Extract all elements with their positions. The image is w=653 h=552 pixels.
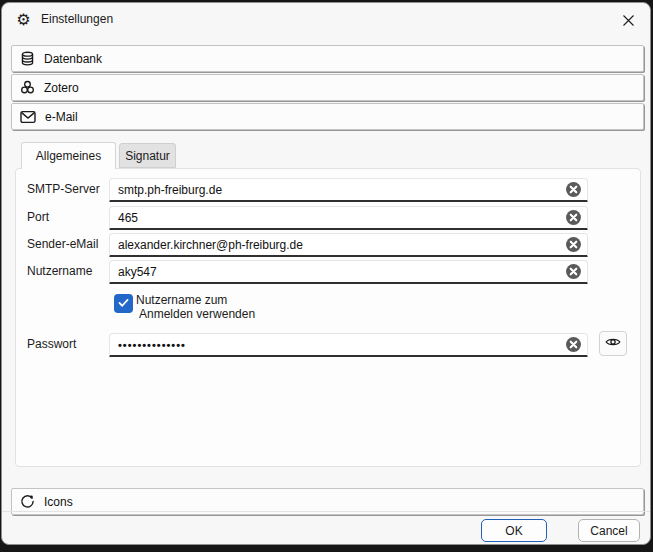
cancel-button[interactable]: Cancel xyxy=(578,519,640,542)
sender-email-label: Sender-eMail xyxy=(27,237,98,251)
tab-label: Signatur xyxy=(125,149,170,163)
email-settings-panel: SMTP-Server Port Sender-eMail xyxy=(15,168,641,467)
clear-icon[interactable] xyxy=(565,209,582,226)
use-username-checkbox-label[interactable]: Nutzername zum Anmelden verwenden xyxy=(136,293,255,321)
clear-icon[interactable] xyxy=(565,181,582,198)
envelope-icon xyxy=(20,110,36,124)
nutzername-label: Nutzername xyxy=(27,264,92,278)
close-icon[interactable] xyxy=(616,8,640,32)
passwort-field-wrap xyxy=(109,333,588,357)
use-username-checkbox[interactable] xyxy=(114,294,133,313)
section-zotero[interactable]: Zotero xyxy=(11,74,644,101)
section-label: Datenbank xyxy=(44,52,102,66)
gear-icon: ⚙ xyxy=(15,11,32,28)
tab-label: Allgemeines xyxy=(36,149,101,163)
section-datenbank[interactable]: Datenbank xyxy=(11,45,644,72)
section-label: e-Mail xyxy=(45,110,78,124)
settings-dialog: ⚙ Einstellungen Datenbank xyxy=(1,2,651,545)
clear-icon[interactable] xyxy=(565,236,582,253)
clear-icon[interactable] xyxy=(565,336,582,353)
backdrop: ⚙ Einstellungen Datenbank xyxy=(0,0,653,552)
nutzername-field-wrap xyxy=(109,260,588,284)
database-icon xyxy=(20,51,35,66)
section-label: Icons xyxy=(44,495,73,509)
ok-button[interactable]: OK xyxy=(481,519,547,542)
passwort-label: Passwort xyxy=(27,337,76,351)
ok-button-label: OK xyxy=(505,524,522,538)
cancel-button-label: Cancel xyxy=(590,524,627,538)
smtp-server-field-wrap xyxy=(109,178,588,202)
eye-icon xyxy=(605,335,621,353)
tab-signatur[interactable]: Signatur xyxy=(119,143,176,168)
sender-email-input[interactable] xyxy=(118,238,565,252)
nutzername-input[interactable] xyxy=(118,265,565,279)
checkbox-label-line1: Nutzername zum xyxy=(136,293,255,307)
refresh-icon xyxy=(20,494,35,509)
port-field-wrap xyxy=(109,206,588,230)
window-title: Einstellungen xyxy=(41,12,113,26)
section-email[interactable]: e-Mail xyxy=(11,103,644,130)
smtp-server-label: SMTP-Server xyxy=(27,182,100,196)
passwort-input[interactable] xyxy=(118,339,565,351)
title-bar[interactable]: ⚙ Einstellungen xyxy=(2,3,650,37)
port-input[interactable] xyxy=(118,211,565,225)
footer-separator xyxy=(2,511,650,512)
checkbox-label-line2: Anmelden verwenden xyxy=(136,307,255,321)
port-label: Port xyxy=(27,210,49,224)
show-password-button[interactable] xyxy=(599,331,627,356)
section-label: Zotero xyxy=(44,81,79,95)
sender-email-field-wrap xyxy=(109,233,588,257)
tab-allgemeines[interactable]: Allgemeines xyxy=(21,142,116,169)
zotero-knot-icon xyxy=(20,80,35,95)
checkmark-icon xyxy=(117,295,130,313)
clear-icon[interactable] xyxy=(565,263,582,280)
smtp-server-input[interactable] xyxy=(118,183,565,197)
